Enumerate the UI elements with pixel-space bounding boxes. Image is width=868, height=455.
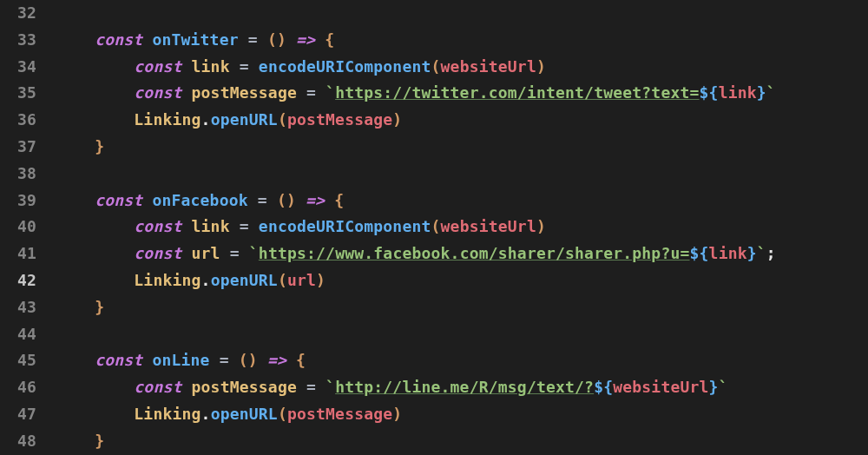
code-token: postMessage xyxy=(287,110,392,129)
code-token: openURL xyxy=(211,271,278,289)
code-token: } xyxy=(95,137,104,155)
code-token: openURL xyxy=(211,405,278,423)
code-token xyxy=(230,57,240,76)
code-line[interactable] xyxy=(56,321,868,348)
code-token xyxy=(182,244,192,262)
code-token: const xyxy=(134,57,181,76)
code-token: => xyxy=(306,191,325,209)
code-token: onLine xyxy=(152,351,209,369)
code-token: } xyxy=(757,83,766,102)
code-token: link xyxy=(719,83,757,102)
code-token xyxy=(316,83,326,102)
code-token: ; xyxy=(766,244,776,262)
code-token: ${ xyxy=(700,83,719,102)
code-line[interactable]: const link = encodeURIComponent(websiteU… xyxy=(56,214,868,241)
code-token xyxy=(220,244,230,262)
code-token: openURL xyxy=(211,110,278,129)
code-token: const xyxy=(95,30,142,49)
code-line[interactable] xyxy=(56,0,868,27)
code-token: => xyxy=(296,30,315,49)
code-token xyxy=(297,83,306,102)
code-token: ` xyxy=(719,378,728,396)
code-token: ` xyxy=(757,244,766,262)
code-token: const xyxy=(134,83,181,102)
code-token: websiteUrl xyxy=(441,57,536,76)
code-line[interactable]: const link = encodeURIComponent(websiteU… xyxy=(56,54,868,81)
code-token: ) xyxy=(536,57,546,76)
code-token: } xyxy=(95,298,104,316)
code-line[interactable]: const onTwitter = () => { xyxy=(56,27,868,54)
line-number: 35 xyxy=(0,80,52,107)
code-line[interactable] xyxy=(56,161,868,188)
code-line[interactable]: const onFacebook = () => { xyxy=(56,188,868,214)
line-number: 40 xyxy=(0,214,52,241)
code-line[interactable]: const onLine = () => { xyxy=(56,347,868,374)
code-line[interactable]: Linking.openURL(postMessage) xyxy=(56,401,868,428)
line-number: 47 xyxy=(0,401,52,428)
code-area[interactable]: const onTwitter = () => { const link = e… xyxy=(52,0,868,455)
code-token: () xyxy=(267,30,286,49)
line-number-gutter: 3233343536373839404142434445464748 xyxy=(0,0,52,455)
code-token xyxy=(210,351,220,369)
code-token: https://www.facebook.com/sharer/sharer.p… xyxy=(259,244,690,262)
code-token: const xyxy=(95,191,142,209)
code-token: postMessage xyxy=(192,378,297,396)
code-token: . xyxy=(201,271,211,289)
code-token: ` xyxy=(326,378,335,396)
code-token xyxy=(286,30,296,49)
code-line[interactable]: } xyxy=(56,134,868,161)
code-line[interactable]: const postMessage = `https://twitter.com… xyxy=(56,80,868,107)
line-number: 34 xyxy=(0,54,52,81)
code-token xyxy=(316,378,326,396)
code-token: ${ xyxy=(690,244,709,262)
code-token: () xyxy=(239,351,258,369)
code-token: ( xyxy=(278,271,287,289)
code-token: websiteUrl xyxy=(613,378,708,396)
code-line[interactable]: const url = `https://www.facebook.com/sh… xyxy=(56,241,868,267)
code-line[interactable]: Linking.openURL(postMessage) xyxy=(56,107,868,134)
code-token: link xyxy=(192,217,230,235)
code-token: ( xyxy=(431,57,441,76)
line-number: 37 xyxy=(0,134,52,161)
code-line[interactable]: const postMessage = `http://line.me/R/ms… xyxy=(56,374,868,401)
code-line[interactable]: } xyxy=(56,428,868,455)
line-number: 36 xyxy=(0,107,52,134)
code-token xyxy=(249,57,259,76)
code-token: Linking xyxy=(134,405,201,423)
code-token: ( xyxy=(431,217,441,235)
code-token: http://line.me/R/msg/text/? xyxy=(335,378,594,396)
code-token xyxy=(258,351,267,369)
code-token: ) xyxy=(536,217,546,235)
code-token: url xyxy=(192,244,220,262)
code-token: postMessage xyxy=(287,405,392,423)
code-token: encodeURIComponent xyxy=(259,57,431,76)
code-editor[interactable]: 3233343536373839404142434445464748 const… xyxy=(0,0,868,455)
line-number: 39 xyxy=(0,188,52,214)
line-number: 41 xyxy=(0,241,52,267)
code-line[interactable]: } xyxy=(56,294,868,321)
code-token: = xyxy=(306,83,316,102)
code-token: Linking xyxy=(134,271,201,289)
code-token: } xyxy=(709,378,719,396)
code-token xyxy=(267,191,277,209)
code-token: ` xyxy=(766,83,776,102)
code-token xyxy=(258,30,267,49)
code-token xyxy=(142,191,152,209)
code-token: = xyxy=(240,217,249,235)
code-token: = xyxy=(230,244,240,262)
line-number: 44 xyxy=(0,321,52,348)
code-token: https://twitter.com/intent/tweet?text= xyxy=(335,83,699,102)
code-token: { xyxy=(334,191,344,209)
line-number: 32 xyxy=(0,0,52,27)
code-token xyxy=(286,351,296,369)
line-number: 43 xyxy=(0,294,52,321)
code-token: ) xyxy=(316,271,326,289)
code-token: ` xyxy=(249,244,259,262)
line-number: 48 xyxy=(0,428,52,455)
line-number: 46 xyxy=(0,374,52,401)
code-token xyxy=(315,30,325,49)
code-token: onTwitter xyxy=(152,30,238,49)
line-number: 45 xyxy=(0,347,52,374)
code-line[interactable]: Linking.openURL(url) xyxy=(56,267,868,294)
code-token: encodeURIComponent xyxy=(259,217,431,235)
